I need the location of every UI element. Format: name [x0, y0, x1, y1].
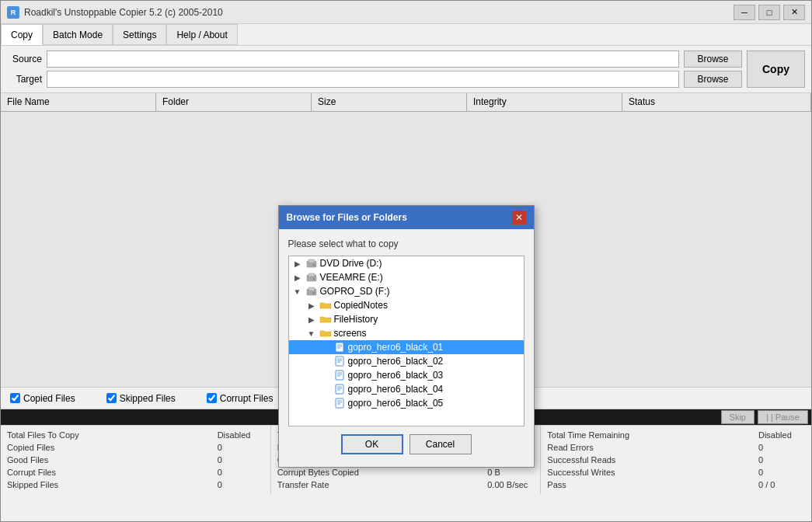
tree-label-veeamre: VEEAMRE (E:) — [320, 272, 383, 283]
tree-icon-gopro_sd — [305, 286, 318, 297]
action-buttons: Skip | | Pause — [718, 410, 811, 424]
tree-expand-screens[interactable]: ▼ — [306, 328, 317, 339]
col-status: Status — [622, 93, 811, 111]
tree-icon-copiedNotes — [319, 300, 332, 311]
copied-files-checkbox[interactable]: Copied Files — [10, 393, 75, 404]
tree-expand-veeamre[interactable]: ▶ — [292, 272, 303, 283]
tree-expand-file4[interactable] — [320, 384, 331, 395]
tree-expand-file2[interactable] — [320, 356, 331, 367]
tree-label-copiedNotes: CopiedNotes — [334, 300, 388, 311]
source-label: Source — [7, 54, 42, 64]
tree-expand-gopro_sd[interactable]: ▼ — [292, 286, 303, 297]
tree-icon-fileHistory — [319, 314, 332, 325]
tree-label-file3: gopro_hero6_black_03 — [348, 370, 444, 381]
target-input[interactable] — [47, 71, 679, 88]
ok-button[interactable]: OK — [341, 434, 403, 454]
tree-item-gopro_sd[interactable]: ▼GOPRO_SD (F:) — [289, 284, 524, 298]
tree-icon-file1 — [333, 342, 346, 353]
tree-icon-file2 — [333, 356, 346, 367]
stats-col-1: Total Files To Copy Disabled Copied File… — [1, 426, 271, 494]
tree-label-screens: screens — [334, 328, 367, 339]
skip-button[interactable]: Skip — [721, 410, 754, 424]
stat-transfer-rate: Transfer Rate 0.00 B/sec — [277, 478, 535, 491]
target-browse-button[interactable]: Browse — [684, 71, 742, 88]
browse-dialog: Browse for Files or Folders ✕ Please sel… — [278, 205, 535, 468]
svg-rect-11 — [336, 343, 343, 352]
file-list-area: Browse for Files or Folders ✕ Please sel… — [1, 112, 811, 387]
stat-time-remaining: Total Time Remaining Disabled — [547, 429, 805, 441]
tree-expand-copiedNotes[interactable]: ▶ — [306, 300, 317, 311]
tree-icon-screens — [319, 328, 332, 339]
svg-rect-27 — [336, 398, 343, 408]
tree-expand-file1[interactable] — [320, 342, 331, 353]
svg-rect-15 — [336, 357, 343, 366]
stat-good-files: Good Files 0 — [7, 454, 264, 466]
title-bar: R Roadkil's Unstoppable Copier 5.2 (c) 2… — [1, 1, 811, 24]
stat-corrupt-bytes: Corrupt Bytes Copied 0 B — [277, 466, 535, 478]
tree-label-dvd: DVD Drive (D:) — [320, 258, 382, 269]
tree-item-file4[interactable]: gopro_hero6_black_04 — [289, 382, 524, 396]
svg-text:R: R — [11, 9, 16, 16]
tree-icon-file3 — [333, 370, 346, 381]
svg-point-4 — [312, 264, 315, 266]
app-window: R Roadkil's Unstoppable Copier 5.2 (c) 2… — [0, 0, 812, 522]
tree-icon-dvd — [305, 258, 318, 269]
cancel-button[interactable]: Cancel — [409, 434, 472, 454]
maximize-button[interactable]: □ — [758, 5, 780, 20]
col-filename: File Name — [1, 93, 156, 111]
source-browse-button[interactable]: Browse — [684, 50, 742, 68]
stat-corrupt-files: Corrupt Files 0 — [7, 466, 264, 478]
pause-button[interactable]: | | Pause — [758, 410, 808, 424]
dialog-close-button[interactable]: ✕ — [512, 211, 526, 224]
stat-successful-reads: Successful Reads 0 — [547, 454, 805, 466]
app-title: Roadkil's Unstoppable Copier 5.2 (c) 200… — [24, 7, 734, 18]
dialog-title: Browse for Files or Folders — [287, 212, 407, 223]
file-list-header: File Name Folder Size Integrity Status — [1, 93, 811, 112]
skipped-files-checkbox[interactable]: Skipped Files — [106, 393, 176, 404]
tree-item-veeamre[interactable]: ▶VEEAMRE (E:) — [289, 270, 524, 284]
tab-help-about[interactable]: Help / About — [166, 24, 237, 45]
tree-label-file1: gopro_hero6_black_01 — [348, 342, 444, 353]
tree-item-fileHistory[interactable]: ▶FileHistory — [289, 312, 524, 326]
tree-item-dvd[interactable]: ▶DVD Drive (D:) — [289, 256, 524, 270]
tree-icon-file5 — [333, 398, 346, 409]
tree-icon-file4 — [333, 384, 346, 395]
menu-bar: Copy Batch Mode Settings Help / About — [1, 24, 811, 46]
close-button[interactable]: ✕ — [783, 5, 805, 20]
tree-item-file1[interactable]: gopro_hero6_black_01 — [289, 340, 524, 354]
tree-label-fileHistory: FileHistory — [334, 314, 378, 325]
source-input[interactable] — [47, 50, 679, 68]
tree-label-file5: gopro_hero6_black_05 — [348, 398, 444, 409]
dialog-instruction: Please select what to copy — [288, 238, 524, 249]
tree-item-file2[interactable]: gopro_hero6_black_02 — [289, 354, 524, 368]
stat-skipped-files: Skipped Files 0 — [7, 478, 264, 491]
tree-item-file3[interactable]: gopro_hero6_black_03 — [289, 368, 524, 382]
tree-icon-veeamre — [305, 272, 318, 283]
target-label: Target — [7, 74, 42, 85]
tree-item-copiedNotes[interactable]: ▶CopiedNotes — [289, 298, 524, 312]
minimize-button[interactable]: ─ — [734, 5, 755, 20]
tree-expand-file3[interactable] — [320, 370, 331, 381]
tree-label-gopro_sd: GOPRO_SD (F:) — [320, 286, 390, 297]
tree-expand-fileHistory[interactable]: ▶ — [306, 314, 317, 325]
window-controls: ─ □ ✕ — [734, 5, 805, 20]
source-target-area: Source Target Browse Browse Copy — [1, 46, 811, 93]
svg-rect-6 — [308, 273, 315, 277]
copy-button[interactable]: Copy — [747, 50, 805, 88]
stat-successful-writes: Successful Writes 0 — [547, 466, 805, 478]
app-icon: R — [7, 6, 19, 19]
col-folder: Folder — [156, 93, 312, 111]
tree-expand-dvd[interactable]: ▶ — [292, 258, 303, 269]
tab-settings[interactable]: Settings — [113, 24, 166, 45]
svg-point-10 — [312, 292, 315, 294]
stat-pass: Pass 0 / 0 — [547, 478, 805, 491]
file-tree[interactable]: ▶DVD Drive (D:)▶VEEAMRE (E:)▼GOPRO_SD (F… — [288, 256, 524, 426]
tree-label-file4: gopro_hero6_black_04 — [348, 384, 444, 395]
tree-item-file5[interactable]: gopro_hero6_black_05 — [289, 396, 524, 410]
tab-batch-mode[interactable]: Batch Mode — [43, 24, 113, 45]
corrupt-files-checkbox[interactable]: Corrupt Files — [207, 393, 274, 404]
col-integrity: Integrity — [467, 93, 622, 111]
tree-item-screens[interactable]: ▼screens — [289, 326, 524, 340]
tab-copy[interactable]: Copy — [1, 24, 43, 45]
tree-expand-file5[interactable] — [320, 398, 331, 409]
